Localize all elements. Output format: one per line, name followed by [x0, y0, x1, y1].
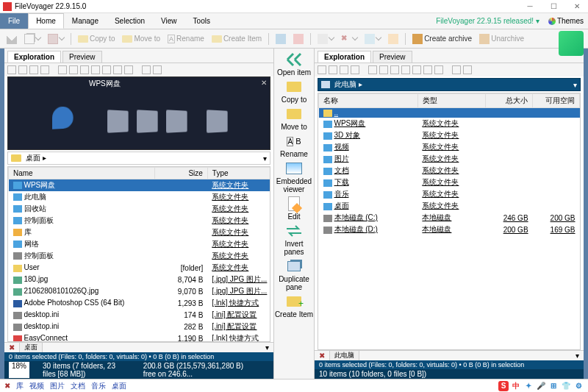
embedded-viewer-button[interactable]: Embedded viewer — [274, 160, 314, 193]
table-row[interactable]: desktop.ini174 B[.ini] 配置设置2019-12-7 16:… — [9, 309, 271, 321]
table-row[interactable]: 21062808101026Q.jpg9,070 B[.jpg] JPG 图片.… — [9, 285, 271, 297]
col-size[interactable]: Size — [155, 168, 208, 179]
table-row[interactable]: 本地磁盘 (D:)本地磁盘200 GB169 GB — [319, 224, 580, 235]
col-name[interactable]: Name — [9, 168, 155, 179]
mtool-icon[interactable] — [318, 65, 326, 74]
duplicate-pane-button[interactable]: Duplicate pane — [274, 258, 314, 291]
minimize-button[interactable]: ─ — [522, 2, 538, 10]
table-row[interactable]: 网络系统文件夹 — [9, 238, 271, 250]
close-button[interactable]: ✕ — [569, 2, 585, 10]
mtool-icon[interactable] — [29, 65, 38, 74]
mtool-icon[interactable] — [351, 65, 359, 74]
cut-button[interactable] — [4, 33, 19, 45]
table-row[interactable]: 回收站系统文件夹 — [9, 203, 271, 215]
tool-f[interactable] — [386, 33, 401, 45]
table-row[interactable]: 180.jpg8,704 B[.jpg] JPG 图片...2022-10-14… — [9, 274, 271, 285]
table-row[interactable]: WPS网盘系统文件夹 — [319, 118, 580, 129]
copy-button[interactable] — [22, 33, 43, 45]
mtool-icon[interactable] — [18, 65, 27, 74]
mtool-icon[interactable] — [142, 65, 151, 74]
themes-button[interactable]: Themes — [544, 13, 588, 29]
bottom-close-icon[interactable]: ✖ — [4, 382, 10, 390]
bottom-link[interactable]: 桌面 — [112, 382, 126, 390]
right-edge[interactable] — [584, 49, 588, 379]
table-row[interactable]: .. — [319, 108, 580, 118]
bottom-link[interactable]: 音乐 — [91, 382, 106, 390]
col-type[interactable]: 类型 — [417, 94, 485, 108]
mtool-icon[interactable] — [340, 65, 348, 74]
mtool-icon[interactable] — [452, 65, 461, 74]
tool-b[interactable] — [291, 33, 306, 45]
mtool-icon[interactable] — [368, 65, 377, 74]
footer-close-icon[interactable]: ✖ — [9, 343, 15, 352]
table-row[interactable]: 库系统文件夹 — [9, 227, 271, 238]
left-breadcrumb[interactable]: 桌面 ▸ ▾ — [7, 152, 270, 165]
mtool-icon[interactable] — [80, 65, 89, 74]
mtool-icon[interactable] — [463, 65, 472, 74]
table-row[interactable]: Adobe Photoshop CS5 (64 Bit)1,293 B[.lnk… — [9, 297, 271, 309]
preview-close-icon[interactable]: ✕ — [261, 79, 267, 87]
bottom-link[interactable]: 库 — [16, 382, 24, 390]
left-filegrid[interactable]: Name Size Type Modification date WPS网盘系统… — [7, 166, 270, 342]
mtool-icon[interactable] — [401, 65, 410, 74]
footer-down-icon[interactable]: ▾ — [265, 343, 269, 352]
table-row[interactable]: 下载系统文件夹 — [319, 177, 580, 188]
mtool-icon[interactable] — [153, 65, 162, 74]
release-link[interactable]: FileVoyager 22.9.15 released! ▾ — [431, 13, 544, 29]
table-row[interactable]: 视频系统文件夹 — [319, 141, 580, 153]
mtool-icon[interactable] — [58, 65, 67, 74]
col-name[interactable]: 名称 — [319, 94, 418, 108]
col-total[interactable]: 总大小 — [486, 94, 533, 108]
moveto-center-button[interactable]: Move to — [281, 106, 307, 131]
invert-panes-button[interactable]: Invert panes — [274, 223, 314, 256]
mtool-icon[interactable] — [7, 65, 16, 74]
copyto-button[interactable]: Copy to — [76, 34, 117, 43]
table-row[interactable]: 图片系统文件夹 — [319, 153, 580, 165]
table-row[interactable]: 音乐系统文件夹 — [319, 188, 580, 200]
mtool-icon[interactable] — [329, 65, 337, 74]
createitem-button[interactable]: Create Item — [209, 34, 264, 43]
create-archive-button[interactable]: Create archive — [410, 33, 474, 45]
table-row[interactable]: 本地磁盘 (C:)本地磁盘246 GB200 GB — [319, 212, 580, 224]
table-row[interactable]: desktop.ini282 B[.ini] 配置设置2022-10-8 9:4… — [9, 321, 271, 332]
mtool-icon[interactable] — [102, 65, 111, 74]
maximize-button[interactable]: ☐ — [545, 2, 562, 10]
mtool-icon[interactable] — [423, 65, 432, 74]
tool-a[interactable] — [273, 33, 288, 45]
table-row[interactable]: 桌面系统文件夹 — [319, 200, 580, 212]
table-row[interactable]: EasyConnect1,190 B[.lnk] 快捷方式2022-10-14 … — [9, 332, 271, 342]
createitem-center-button[interactable]: +Create Item — [275, 293, 313, 318]
tool-d[interactable]: ✖ — [339, 33, 359, 45]
ime-s-icon[interactable]: S — [498, 381, 509, 391]
menu-manage[interactable]: Manage — [64, 13, 107, 29]
table-row[interactable]: 控制面板系统文件夹 — [9, 250, 271, 262]
tool-c[interactable] — [315, 33, 336, 45]
menu-file[interactable]: File — [0, 13, 28, 29]
left-tab-exploration[interactable]: Exploration — [7, 51, 61, 63]
right-tab-preview[interactable]: Preview — [373, 51, 412, 63]
mtool-icon[interactable] — [379, 65, 388, 74]
moveto-button[interactable]: Move to — [120, 34, 162, 43]
table-row[interactable]: 控制面板系统文件夹 — [9, 215, 271, 227]
mtool-icon[interactable] — [390, 65, 399, 74]
mtool-icon[interactable] — [113, 65, 122, 74]
right-filegrid[interactable]: 名称 类型 总大小 可用空间 ..WPS网盘系统文件夹3D 对象系统文件夹视频系… — [318, 93, 581, 350]
rename-button[interactable]: ARename — [165, 34, 207, 44]
menu-home[interactable]: Home — [28, 13, 64, 29]
rename-center-button[interactable]: A BRename — [280, 133, 308, 158]
footer-down-icon[interactable]: ▾ — [576, 352, 579, 360]
bottom-link[interactable]: 视频 — [29, 382, 44, 390]
col-type[interactable]: Type — [207, 168, 270, 179]
mtool-icon[interactable] — [40, 65, 49, 74]
breadcrumb-dropdown-icon[interactable]: ▾ — [263, 154, 267, 163]
table-row[interactable]: WPS网盘系统文件夹 — [9, 179, 271, 192]
menu-tools[interactable]: Tools — [185, 13, 218, 29]
left-tab-preview[interactable]: Preview — [62, 51, 102, 63]
mtool-icon[interactable] — [69, 65, 78, 74]
bottom-link[interactable]: 图片 — [50, 382, 65, 390]
open-item-button[interactable]: Open item — [277, 51, 311, 76]
table-row[interactable]: 此电脑系统文件夹 — [9, 191, 271, 203]
edit-button[interactable]: Edit — [284, 196, 304, 221]
table-row[interactable]: 文档系统文件夹 — [319, 165, 580, 177]
paste-button[interactable] — [46, 33, 66, 45]
